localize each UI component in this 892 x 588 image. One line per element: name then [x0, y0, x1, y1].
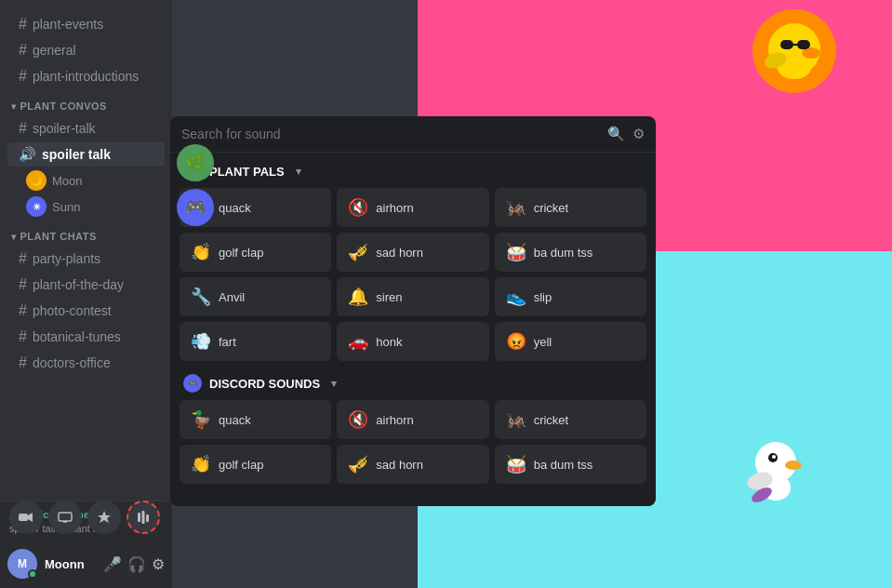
headset-icon[interactable]: 🎧	[127, 555, 146, 573]
sound-cricket-2[interactable]: 🦗 cricket	[495, 400, 646, 439]
svg-rect-16	[59, 513, 72, 521]
sidebar-item-plant-events[interactable]: # plant-events	[7, 12, 165, 36]
sound-airhorn-2[interactable]: 🔇 airhorn	[337, 400, 488, 439]
hash-icon: #	[19, 354, 27, 371]
sound-honk[interactable]: 🚗 honk	[337, 322, 488, 361]
hash-icon: #	[19, 250, 27, 267]
sidebar-item-doctors-office[interactable]: # doctors-office	[7, 351, 165, 375]
hash-icon: #	[19, 328, 27, 345]
section-arrow: ▾	[11, 101, 17, 112]
discord-server-icon: 🎮	[183, 374, 202, 393]
sound-sad-horn-2[interactable]: 🎺 sad horn	[337, 445, 488, 484]
sound-siren[interactable]: 🔔 siren	[337, 277, 488, 316]
svg-point-9	[785, 461, 802, 470]
sidebar-item-plant-of-the-day[interactable]: # plant-of-the-day	[7, 273, 165, 297]
server-avatar-discord[interactable]: 🎮	[177, 189, 214, 226]
search-icon: 🔍	[607, 126, 625, 142]
server-icons: 🌿 🎮	[177, 144, 214, 226]
soundboard-button[interactable]	[126, 501, 160, 534]
sidebar: # plant-events # general # plant-introdu…	[0, 0, 172, 540]
mascot-pink	[752, 9, 836, 93]
member-avatar-moon: 🌙	[26, 170, 47, 191]
section-arrow: ▾	[11, 232, 17, 242]
soundboard-popup: 🔍 ⚙ 🌿 PLANT PALS ▾ 🦆 quack 🔇 airhorn 🦗 c…	[170, 116, 656, 506]
section-plant-convos: ▾ PLANT CONVOS	[0, 89, 172, 115]
hash-icon: #	[19, 120, 27, 137]
sound-fart[interactable]: 💨 fart	[180, 322, 331, 361]
svg-marker-15	[28, 513, 33, 522]
sidebar-item-botanical-tunes[interactable]: # botanical-tunes	[7, 325, 165, 349]
settings-icon[interactable]: ⚙	[152, 555, 165, 573]
sidebar-item-plant-introductions[interactable]: # plant-introductions	[7, 64, 165, 88]
status-dot	[28, 569, 37, 579]
sound-golf-clap-1[interactable]: 👏 golf clap	[180, 233, 331, 272]
server-avatar-plant[interactable]: 🌿	[177, 144, 214, 181]
voice-member-sunn[interactable]: ☀ Sunn	[0, 194, 172, 220]
soundboard-search-bar: 🔍 ⚙	[170, 116, 656, 153]
sound-golf-clap-2[interactable]: 👏 golf clap	[180, 445, 331, 484]
sound-quack-2[interactable]: 🦆 quack	[180, 400, 331, 439]
activity-button[interactable]	[87, 501, 121, 534]
sidebar-item-spoiler-talk[interactable]: # spoiler-talk	[7, 116, 165, 140]
section-plant-chats: ▾ PLANT CHATS	[0, 220, 172, 246]
hash-icon: #	[19, 302, 27, 319]
section-header-plant-pals: 🌿 PLANT PALS ▾	[180, 162, 646, 180]
svg-rect-4	[797, 40, 810, 49]
mascot-cyan	[734, 430, 818, 514]
svg-rect-3	[780, 40, 793, 49]
discord-section-chevron[interactable]: ▾	[331, 378, 337, 390]
svg-rect-14	[19, 514, 28, 521]
sidebar-item-party-plants[interactable]: # party-plants	[7, 247, 165, 271]
sound-airhorn-1[interactable]: 🔇 airhorn	[337, 188, 488, 227]
hash-icon: #	[19, 16, 27, 33]
sidebar-item-photo-contest[interactable]: # photo-contest	[7, 299, 165, 323]
sound-yell[interactable]: 😡 yell	[495, 322, 646, 361]
section-chevron[interactable]: ▾	[296, 166, 301, 178]
speaker-icon: 🔊	[19, 146, 36, 163]
user-status-bar: M Moonn 🎤 🎧 ⚙	[0, 540, 172, 588]
hash-icon: #	[19, 68, 27, 85]
soundboard-content: 🌿 PLANT PALS ▾ 🦆 quack 🔇 airhorn 🦗 crick…	[170, 153, 656, 506]
sound-sad-horn-1[interactable]: 🎺 sad horn	[337, 233, 488, 272]
svg-point-11	[772, 455, 776, 459]
section-header-discord-sounds: 🎮 DISCORD SOUNDS ▾	[180, 374, 646, 393]
sidebar-item-spoiler-talk-voice[interactable]: 🔊 spoiler talk	[7, 142, 165, 167]
user-avatar: M	[7, 549, 37, 579]
discord-sounds-grid: 🦆 quack 🔇 airhorn 🦗 cricket 👏 golf clap …	[180, 400, 646, 484]
sound-anvil[interactable]: 🔧 Anvil	[180, 277, 331, 316]
hash-icon: #	[19, 276, 27, 293]
plant-pals-sounds-grid: 🦆 quack 🔇 airhorn 🦗 cricket 👏 golf clap …	[180, 188, 646, 361]
username-label: Moonn	[45, 557, 103, 571]
member-avatar-sunn: ☀	[26, 196, 47, 217]
screen-share-button[interactable]	[48, 501, 82, 534]
camera-button[interactable]	[9, 501, 43, 534]
svg-rect-21	[146, 514, 149, 522]
gear-icon[interactable]: ⚙	[632, 126, 645, 142]
sound-cricket-1[interactable]: 🦗 cricket	[495, 188, 646, 227]
svg-rect-20	[142, 511, 145, 524]
voice-member-moon[interactable]: 🌙 Moon	[0, 167, 172, 194]
svg-rect-19	[138, 513, 140, 522]
mic-icon[interactable]: 🎤	[103, 555, 122, 573]
user-controls: 🎤 🎧 ⚙	[103, 555, 165, 573]
hash-icon: #	[19, 42, 27, 59]
sound-ba-dum-tss-2[interactable]: 🥁 ba dum tss	[495, 445, 646, 484]
sidebar-item-general[interactable]: # general	[7, 38, 165, 62]
sound-ba-dum-tss-1[interactable]: 🥁 ba dum tss	[495, 233, 646, 272]
sound-search-input[interactable]	[181, 127, 600, 141]
sound-slip[interactable]: 👟 slip	[495, 277, 646, 316]
